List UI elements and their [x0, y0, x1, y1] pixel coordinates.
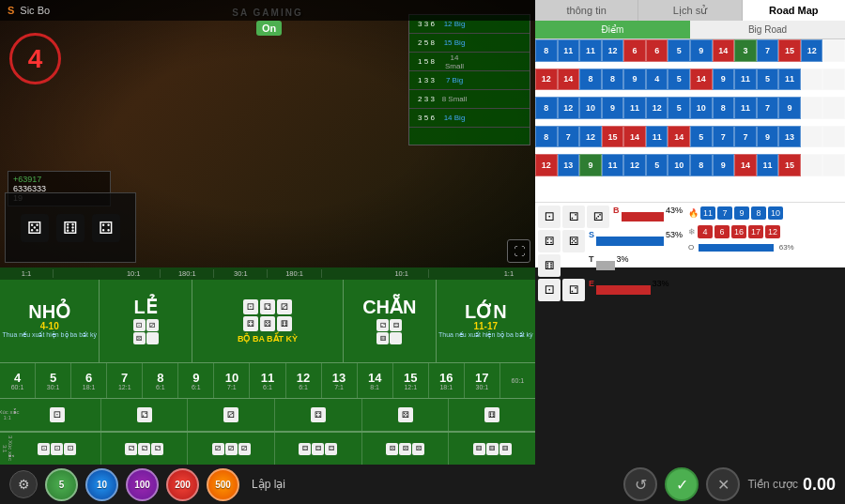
num-18[interactable]: 60:1 — [500, 363, 535, 398]
road-map-header: thông tin Lịch sử Road Map — [535, 0, 845, 21]
refresh-button[interactable]: ↺ — [623, 467, 657, 501]
road-cell: 8 — [535, 126, 558, 148]
three-dice-2[interactable]: ⚁⚁⚁ — [101, 433, 189, 465]
bet-le[interactable]: LẺ ⚀ ⚂ ⚄ — [100, 280, 192, 362]
diem-big-road-tabs: Điểm Big Road — [535, 21, 845, 39]
num-17[interactable]: 1730:1 — [465, 363, 500, 398]
road-cell: 7 — [734, 126, 757, 148]
road-cell: 12 — [558, 97, 580, 119]
road-cell: 11 — [757, 154, 779, 176]
single-dice-row: 1 Xúc xắc 1:1 ⚀ ⚁ ⚂ ⚃ ⚄ ⚅ — [0, 398, 535, 431]
num-14[interactable]: 148:1 — [358, 363, 393, 398]
single-die-6[interactable]: ⚅ — [449, 399, 535, 431]
stats-left: ⚀ ⚁ ⚂ B 43% ⚃ ⚄ S 53% ⚅ T 3% ⚀ ⚁ E 33% — [535, 203, 685, 267]
tab-road-map[interactable]: Road Map — [743, 0, 845, 21]
road-cell: 8 — [602, 69, 624, 91]
road-cell — [801, 97, 823, 119]
chip-200[interactable]: 200 — [166, 468, 199, 501]
dice-preview: ⚄ ⚅ ⚃ — [5, 192, 136, 263]
stats-right: 🔥 11 7 9 8 10 ❄ 4 6 16 17 12 O 63% — [685, 203, 845, 267]
road-cell: 15 — [778, 39, 801, 62]
road-cell: 14 — [713, 39, 735, 62]
road-cell: 7 — [757, 97, 779, 119]
action-buttons: ↺ ✓ ✕ — [623, 467, 740, 501]
road-cell: 8 — [579, 69, 602, 91]
reset-button[interactable]: Lập lại — [252, 478, 285, 491]
bet-nho[interactable]: NHỎ 4-10 Thua nếu xuất hiện bộ ba bất kỳ — [0, 280, 100, 362]
road-cell: 5 — [668, 69, 690, 91]
num-9[interactable]: 96:1 — [178, 363, 214, 398]
road-cell — [822, 154, 845, 176]
settings-button[interactable]: ⚙ — [9, 470, 38, 498]
three-dice-1[interactable]: ⚀⚀⚀ — [14, 433, 101, 465]
single-die-1[interactable]: ⚀ — [14, 399, 101, 431]
road-cell: 12 — [602, 39, 624, 62]
road-cell: 5 — [668, 97, 690, 119]
single-die-3[interactable]: ⚂ — [188, 399, 275, 431]
road-cell: 8 — [690, 154, 713, 176]
single-die-4[interactable]: ⚃ — [275, 399, 362, 431]
road-cell: 5 — [646, 154, 668, 176]
road-cell: 10 — [690, 97, 713, 119]
single-die-2[interactable]: ⚁ — [101, 399, 189, 431]
bet-chan[interactable]: CHẴN ⚁ ⚃ ⚅ — [344, 280, 437, 362]
tab-diem[interactable]: Điểm — [535, 21, 690, 38]
odds-row: 1:1 10:1 180:1 30:1 180:1 10:1 1:1 — [0, 267, 535, 280]
num-7[interactable]: 712:1 — [107, 363, 143, 398]
road-cell: 11 — [623, 97, 646, 119]
road-cell: 9 — [690, 39, 713, 62]
road-cell — [822, 97, 845, 119]
chip-100[interactable]: 100 — [126, 468, 159, 501]
num-13[interactable]: 137:1 — [322, 363, 358, 398]
road-map-panel: thông tin Lịch sử Road Map Điểm Big Road… — [535, 0, 845, 202]
bottom-bar: ⚙ 5 10 100 200 500 Lập lại ↺ ✓ ✕ Tiền cư… — [0, 465, 845, 504]
road-cell: 9 — [713, 69, 735, 91]
road-cell — [801, 126, 823, 148]
road-cell: 5 — [757, 69, 779, 91]
bet-lon[interactable]: LỚN 11-17 Thua nếu xuất hiện bộ ba bất k… — [437, 280, 535, 362]
tab-big-road[interactable]: Big Road — [690, 21, 845, 38]
road-cell: 8 — [535, 97, 558, 119]
num-12[interactable]: 126:1 — [286, 363, 322, 398]
road-cell: 15 — [778, 154, 801, 176]
three-dice-3[interactable]: ⚂⚂⚂ — [188, 433, 275, 465]
num-11[interactable]: 116:1 — [250, 363, 285, 398]
road-cell: 12 — [801, 39, 823, 62]
three-dice-6[interactable]: ⚅⚅⚅ — [449, 433, 535, 465]
three-dice-5[interactable]: ⚄⚄⚄ — [362, 433, 450, 465]
road-cell: 14 — [668, 126, 690, 148]
road-cell: 14 — [690, 69, 713, 91]
road-cell: 11 — [558, 39, 580, 62]
bet-amount: 0.00 — [803, 475, 836, 495]
confirm-button[interactable]: ✓ — [665, 467, 699, 501]
video-area: SA GAMING 4 3 3 6 12 Big 2 5 8 15 Big 1 … — [0, 0, 535, 267]
num-15[interactable]: 1512:1 — [393, 363, 429, 398]
num-10[interactable]: 107:1 — [214, 363, 250, 398]
single-die-5[interactable]: ⚄ — [362, 399, 450, 431]
tab-lich-su[interactable]: Lịch sử — [638, 0, 742, 21]
chip-500[interactable]: 500 — [207, 468, 239, 501]
chip-10[interactable]: 10 — [85, 468, 118, 501]
bet-bbo[interactable]: ⚀ ⚁ ⚂ ⚃ ⚄ ⚅ BỘ BA BẤT KỲ — [192, 280, 344, 362]
road-cell: 12 — [646, 97, 668, 119]
num-8[interactable]: 86:1 — [143, 363, 178, 398]
road-cell — [822, 126, 845, 148]
road-cell: 9 — [757, 126, 779, 148]
road-cell — [801, 69, 823, 91]
three-dice-4[interactable]: ⚃⚃⚃ — [275, 433, 362, 465]
cancel-button[interactable]: ✕ — [706, 467, 740, 501]
tab-thong-tin[interactable]: thông tin — [535, 0, 638, 21]
road-cell: 13 — [778, 126, 801, 148]
num-6[interactable]: 618:1 — [71, 363, 107, 398]
num-5[interactable]: 530:1 — [36, 363, 71, 398]
road-cell: 9 — [579, 154, 602, 176]
top-bar: S Sic Bo — [0, 0, 535, 21]
chip-5[interactable]: 5 — [45, 468, 78, 501]
road-cell: 14 — [558, 69, 580, 91]
road-cell: 11 — [602, 154, 624, 176]
fullscreen-button[interactable]: ⛶ — [507, 239, 530, 263]
num-4[interactable]: 460:1 — [0, 363, 36, 398]
road-cell — [822, 69, 845, 91]
dice-1: ⚀ — [538, 206, 561, 228]
num-16[interactable]: 1618:1 — [429, 363, 465, 398]
